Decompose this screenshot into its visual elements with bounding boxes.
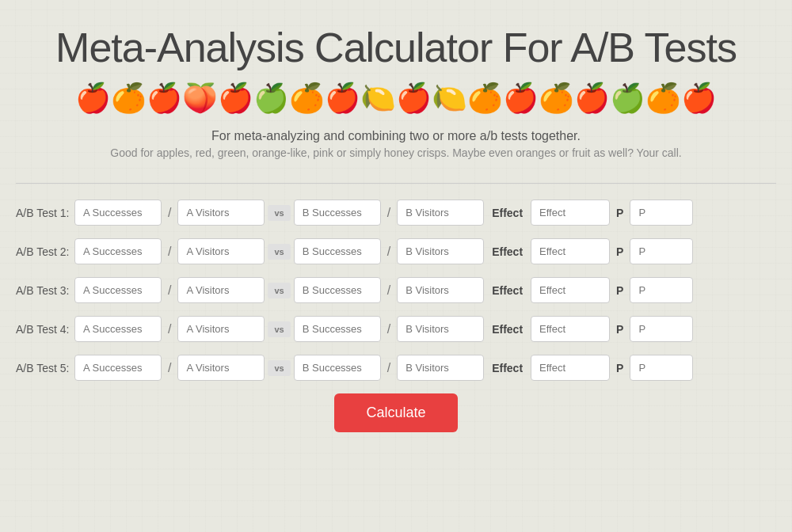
effect-label-4: Effect — [487, 323, 527, 336]
b-visitors-1[interactable] — [397, 200, 484, 226]
test-row-5: A/B Test 5: / vs / Effect P — [16, 355, 776, 381]
p-label-3: P — [613, 284, 626, 297]
a-successes-4[interactable] — [74, 316, 162, 342]
a-visitors-5[interactable] — [177, 355, 265, 381]
b-successes-3[interactable] — [294, 277, 381, 303]
p-label-4: P — [613, 323, 626, 336]
desc-line-1: For meta-analyzing and combining two or … — [110, 129, 681, 143]
b-visitors-3[interactable] — [397, 277, 484, 303]
test-label-3: A/B Test 3: — [16, 284, 71, 297]
slash-5b: / — [384, 361, 394, 375]
slash-3a: / — [165, 283, 174, 298]
apple-decoration: 🍎🍊🍎🍑🍎🍏🍊🍎🍋🍎🍋🍊🍎🍊🍎🍏🍊🍎 — [75, 81, 717, 115]
b-visitors-5[interactable] — [397, 355, 484, 381]
vs-3: vs — [268, 283, 290, 298]
button-container: Calculate — [16, 393, 776, 432]
description: For meta-analyzing and combining two or … — [110, 129, 681, 159]
effect-output-5 — [531, 355, 610, 381]
a-successes-3[interactable] — [74, 277, 162, 303]
slash-1b: / — [384, 206, 394, 220]
slash-4a: / — [165, 322, 174, 336]
p-output-3 — [630, 277, 693, 303]
effect-label-1: Effect — [487, 207, 527, 219]
test-row-1: A/B Test 1: / vs / Effect P — [16, 200, 776, 226]
effect-label-2: Effect — [487, 245, 527, 258]
test-row-4: A/B Test 4: / vs / Effect P — [16, 316, 776, 342]
p-label-2: P — [613, 245, 626, 258]
b-visitors-2[interactable] — [397, 238, 484, 264]
slash-2b: / — [384, 245, 394, 259]
divider — [16, 183, 776, 184]
test-row-3: A/B Test 3: / vs / Effect P — [16, 277, 776, 303]
a-successes-5[interactable] — [74, 355, 162, 381]
test-label-4: A/B Test 4: — [16, 323, 71, 336]
p-label-5: P — [613, 362, 626, 374]
vs-1: vs — [268, 205, 290, 221]
slash-4b: / — [384, 322, 394, 336]
a-visitors-3[interactable] — [177, 277, 265, 303]
test-label-2: A/B Test 2: — [16, 245, 71, 258]
effect-output-4 — [531, 316, 610, 342]
desc-line-2: Good for apples, red, green, orange-like… — [110, 146, 681, 159]
b-successes-1[interactable] — [294, 200, 381, 226]
b-successes-5[interactable] — [294, 355, 381, 381]
slash-5a: / — [165, 361, 174, 375]
slash-3b: / — [384, 283, 394, 298]
p-output-1 — [630, 200, 693, 226]
effect-output-1 — [531, 200, 610, 226]
vs-4: vs — [268, 321, 290, 337]
slash-1a: / — [165, 206, 174, 220]
a-visitors-1[interactable] — [177, 200, 265, 226]
b-visitors-4[interactable] — [397, 316, 484, 342]
vs-2: vs — [268, 244, 290, 260]
effect-label-3: Effect — [487, 284, 527, 297]
page-title: Meta-Analysis Calculator For A/B Tests — [55, 24, 737, 71]
p-label-1: P — [613, 207, 626, 219]
effect-output-2 — [531, 238, 610, 264]
a-successes-2[interactable] — [74, 238, 162, 264]
calculate-button[interactable]: Calculate — [334, 393, 457, 432]
test-label-1: A/B Test 1: — [16, 207, 71, 219]
p-output-5 — [630, 355, 693, 381]
effect-output-3 — [531, 277, 610, 303]
test-label-5: A/B Test 5: — [16, 362, 71, 374]
p-output-4 — [630, 316, 693, 342]
b-successes-2[interactable] — [294, 238, 381, 264]
a-visitors-2[interactable] — [177, 238, 265, 264]
vs-5: vs — [268, 360, 290, 376]
calculator-container: A/B Test 1: / vs / Effect P A/B Test 2: … — [16, 200, 776, 432]
p-output-2 — [630, 238, 693, 264]
effect-label-5: Effect — [487, 362, 527, 374]
test-row-2: A/B Test 2: / vs / Effect P — [16, 238, 776, 264]
a-visitors-4[interactable] — [177, 316, 265, 342]
a-successes-1[interactable] — [74, 200, 162, 226]
b-successes-4[interactable] — [294, 316, 381, 342]
slash-2a: / — [165, 245, 174, 259]
